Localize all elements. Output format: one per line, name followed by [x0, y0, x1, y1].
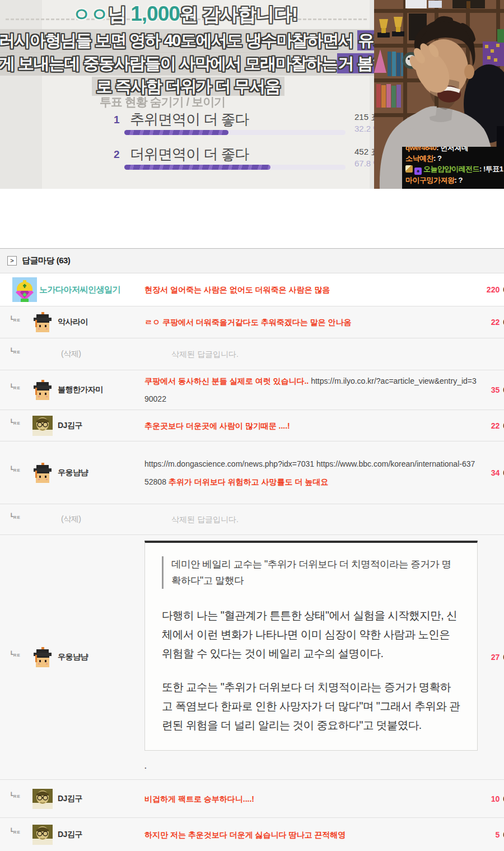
- user-avatar[interactable]: [12, 277, 37, 302]
- deleted-reply-row: ┗RE(삭제)삭제된 답글입니다.: [0, 338, 504, 370]
- deleted-text: 삭제된 답글입니다.: [142, 515, 239, 524]
- chat-text: 먼저쳐네: [440, 147, 468, 152]
- reply-board: > 답글마당 (63) 노가다아저씨인생일기현장서 얼어죽는 사람은 없어도 더…: [0, 248, 504, 851]
- comment-text: 현장서 얼어죽는 사람은 없어도 더워죽은 사람은 많음: [144, 281, 504, 299]
- upvote-count[interactable]: 35: [491, 385, 500, 394]
- chat-message: 마이구밍가져왕: ?: [405, 175, 504, 185]
- upvote-count[interactable]: 220: [487, 285, 500, 294]
- deleted-label: (삭제): [32, 514, 142, 524]
- deleted-text: 삭제된 답글입니다.: [142, 350, 239, 359]
- comment-username[interactable]: 우웅냠냠: [58, 652, 144, 662]
- reply-indent-icon: ┗RE: [0, 792, 32, 799]
- user-avatar[interactable]: [32, 312, 53, 332]
- vote-counts: 220: [491, 421, 504, 430]
- reply-indent-icon: ┗RE: [0, 466, 32, 473]
- chat-username: 소낙예찬: [405, 154, 433, 162]
- article-paragraph: 다행히 나는 "혈관계가 튼튼한 상태"에서 실험을 시작했지만, 신체에서 이…: [162, 606, 460, 663]
- comment-row: 노가다아저씨인생일기현장서 얼어죽는 사람은 없어도 더워죽은 사람은 많음22…: [0, 273, 504, 306]
- upvote-count[interactable]: 27: [491, 653, 500, 662]
- webcam-video: qwer4640: 먼저쳐네소낙예찬: ?♠오늘얍얍이레전드: !투표1마이구밍…: [374, 0, 504, 189]
- ribbon-badge-icon: [405, 165, 413, 173]
- chat-text: ?: [437, 154, 441, 162]
- user-avatar[interactable]: [32, 463, 53, 483]
- upvote-count[interactable]: 10: [491, 794, 500, 803]
- poll-bar-fill: [124, 130, 228, 135]
- reply-indent-icon: ┗RE: [0, 384, 32, 391]
- chat-message: ♠오늘얍얍이레전드: !투표1: [405, 164, 504, 175]
- comment-text: 비겁하게 팩트로 승부하다니....!: [144, 790, 504, 808]
- comment-username[interactable]: DJ김구: [58, 794, 144, 804]
- poll-widget: 1추위면역이 더 좋다215 표32.2 %2더위면역이 더 좋다452 표67…: [0, 0, 370, 189]
- vote-counts: 350: [491, 385, 504, 394]
- comment-text-segment: ㄹㅇ 쿠팡에서 더워죽을거같다도 추워죽겠다는 말은 안나옴: [144, 318, 351, 327]
- reply-row: ┗RE우웅냠냠데미안 베일리 교수는 "추위가 더위보다 더 치명적이라는 증거…: [0, 535, 504, 780]
- upvote-count[interactable]: 22: [491, 421, 500, 430]
- reply-indent-icon: ┗RE: [0, 828, 32, 835]
- chat-text: ?: [458, 176, 462, 184]
- comment-username[interactable]: DJ김구: [58, 421, 144, 431]
- comment-username[interactable]: 악사라이: [58, 317, 144, 327]
- chat-username: 오늘얍얍이레전드: [423, 165, 479, 173]
- comment-text-segment: 하지만 저는 추운것보다 더운게 싫습니다 땀나고 끈적해영: [144, 830, 346, 839]
- poll-option-label: 추위면역이 더 좋다: [130, 110, 249, 129]
- collapse-toggle-icon[interactable]: >: [7, 256, 17, 266]
- comment-text: ㄹㅇ 쿠팡에서 더워죽을거같다도 추워죽겠다는 말은 안나옴: [144, 313, 504, 331]
- chat-overlay: qwer4640: 먼저쳐네소낙예찬: ?♠오늘얍얍이레전드: !투표1마이구밍…: [402, 147, 504, 189]
- poll-bar-track: [124, 130, 346, 135]
- comment-text-segment: 쿠팡에서 동사하신 분들 실제로 여럿 있습니다..: [144, 376, 311, 385]
- stream-screenshot: ㅇㅇ님 1,000원 감사합니다! 러시아형님들 보면 영하 40도에서도 냉수…: [0, 0, 504, 189]
- comment-username[interactable]: 우웅냠냠: [58, 468, 144, 478]
- chat-username: qwer4640: [405, 147, 436, 152]
- poll-option-2: 2더위면역이 더 좋다452 표67.8 %: [114, 147, 366, 174]
- user-avatar[interactable]: [32, 825, 53, 845]
- reply-indent-icon: ┗RE: [0, 419, 32, 426]
- vote-counts: 100: [491, 794, 504, 803]
- comment-text-segment: 추운곳보다 더운곳에 사람이 많기때문 ....!: [144, 421, 290, 430]
- comment-username[interactable]: DJ김구: [58, 830, 144, 840]
- vote-counts: 340: [491, 468, 504, 477]
- reply-row: ┗RE우웅냠냠https://m.dongascience.com/news.p…: [0, 441, 504, 504]
- reply-indent-icon: ┗RE: [0, 513, 32, 520]
- reply-indent-icon: ┗RE: [0, 348, 32, 355]
- comment-text: https://m.dongascience.com/news.php?idx=…: [144, 455, 504, 491]
- user-avatar[interactable]: [32, 789, 53, 809]
- deleted-label: (삭제): [32, 349, 142, 359]
- article-quote: 데미안 베일리 교수는 "추위가 더위보다 더 치명적이라는 증거가 명확하다"…: [162, 556, 460, 589]
- embedded-article-image[interactable]: 데미안 베일리 교수는 "추위가 더위보다 더 치명적이라는 증거가 명확하다"…: [144, 541, 478, 751]
- comment-text-segment: 현장서 얼어죽는 사람은 없어도 더워죽은 사람은 많음: [144, 285, 330, 294]
- comment-caption: .: [144, 757, 504, 775]
- comment-username[interactable]: 불행한가자미: [58, 385, 144, 395]
- vote-counts: 270: [491, 653, 504, 662]
- reply-board-header: > 답글마당 (63): [0, 248, 504, 273]
- comment-username[interactable]: 노가다아저씨인생일기: [39, 285, 144, 295]
- vote-counts: 50: [495, 830, 504, 839]
- comment-text-segment: 추위가 더위보다 위험하고 사망률도 더 높대요: [166, 477, 328, 486]
- user-avatar[interactable]: [32, 647, 53, 667]
- comment-text: 추운곳보다 더운곳에 사람이 많기때문 ....!: [144, 417, 504, 435]
- comment-text: 하지만 저는 추운것보다 더운게 싫습니다 땀나고 끈적해영: [144, 826, 504, 844]
- reply-row: ┗REDJ김구비겁하게 팩트로 승부하다니....!100: [0, 780, 504, 818]
- article-paragraph: 또한 교수는 "추위가 더위보다 더 치명적이라는 증거가 명확하고 폭염보다 …: [162, 677, 460, 734]
- upvote-count[interactable]: 34: [491, 468, 500, 477]
- poll-bar-fill: [124, 165, 270, 170]
- comment-text-segment: 비겁하게 팩트로 승부하다니....!: [144, 794, 254, 803]
- upvote-count[interactable]: 22: [491, 318, 500, 327]
- vote-counts: 2200: [487, 285, 504, 294]
- user-avatar[interactable]: [32, 416, 53, 436]
- reply-indent-icon: ┗RE: [0, 651, 32, 658]
- spade-badge-icon: ♠: [414, 168, 422, 175]
- reply-board-title: 답글마당 (63): [22, 255, 70, 266]
- chat-username: 마이구밍가져왕: [405, 176, 455, 184]
- user-avatar[interactable]: [32, 380, 53, 400]
- reply-row: ┗RE불행한가자미쿠팡에서 동사하신 분들 실제로 여럿 있습니다.. http…: [0, 370, 504, 410]
- vote-counts: 220: [491, 318, 504, 327]
- poll-option-number: 2: [114, 148, 120, 161]
- reply-row: ┗REDJ김구하지만 저는 추운것보다 더운게 싫습니다 땀나고 끈적해영50: [0, 818, 504, 851]
- poll-bar-track: [124, 165, 346, 170]
- poll-option-1: 1추위면역이 더 좋다215 표32.2 %: [114, 112, 366, 139]
- chat-message: qwer4640: 먼저쳐네: [405, 147, 504, 153]
- reply-indent-icon: ┗RE: [0, 316, 32, 323]
- deleted-reply-row: ┗RE(삭제)삭제된 답글입니다.: [0, 504, 504, 535]
- upvote-count[interactable]: 5: [495, 830, 500, 839]
- chat-text: !투표1: [483, 165, 503, 173]
